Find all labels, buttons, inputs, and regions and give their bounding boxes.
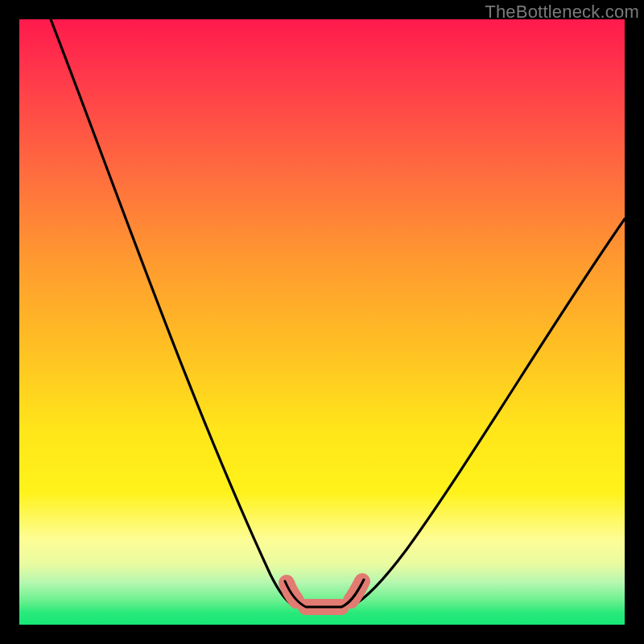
watermark-text: TheBottleneck.com <box>485 2 639 23</box>
optimal-range-marker <box>287 581 362 607</box>
bottleneck-curve-left <box>51 19 293 605</box>
chart-svg-layer <box>19 19 625 625</box>
plot-area <box>19 19 625 625</box>
chart-frame: TheBottleneck.com <box>0 0 644 644</box>
bottleneck-curve-right <box>353 219 625 605</box>
